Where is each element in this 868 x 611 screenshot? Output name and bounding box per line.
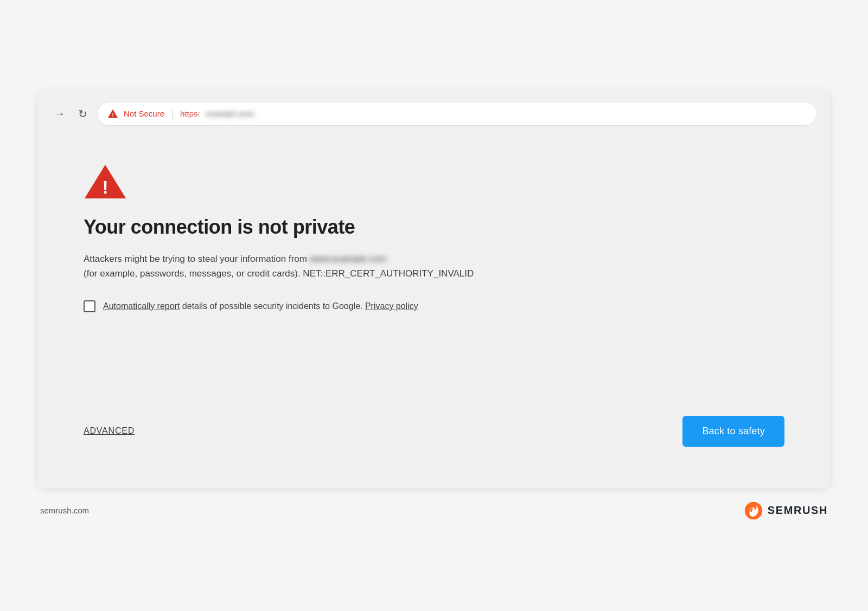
url-domain: example.com <box>206 109 254 118</box>
description-before: Attackers might be trying to steal your … <box>84 254 307 264</box>
error-domain-blurred: www.example.com <box>310 252 387 266</box>
advanced-button[interactable]: ADVANCED <box>84 426 135 436</box>
semrush-icon <box>744 501 763 520</box>
reload-icon: ↻ <box>78 107 87 120</box>
report-checkbox[interactable] <box>84 300 95 312</box>
report-checkbox-row: Automatically report details of possible… <box>84 300 784 312</box>
address-bar-divider <box>172 109 173 119</box>
semrush-brand-name: SEMRUSH <box>768 504 828 517</box>
checkbox-label: Automatically report details of possible… <box>103 301 418 311</box>
footer-domain: semrush.com <box>40 506 89 515</box>
back-button[interactable]: → <box>51 105 68 122</box>
browser-window: → ↻ ! Not Secure https: example.com ! Yo… <box>38 91 830 488</box>
big-warning-icon: ! <box>84 163 127 201</box>
error-panel: ! Your connection is not private Attacke… <box>51 137 817 473</box>
arrow-icon: → <box>54 107 65 120</box>
automatically-report-link[interactable]: Automatically report <box>103 301 180 311</box>
address-bar-row: → ↻ ! Not Secure https: example.com <box>51 102 817 126</box>
back-to-safety-button[interactable]: Back to safety <box>682 416 784 447</box>
address-bar[interactable]: ! Not Secure https: example.com <box>97 102 817 126</box>
checkbox-label-middle: details of possible security incidents t… <box>182 301 363 311</box>
not-secure-label: Not Secure <box>124 109 164 118</box>
description-after: (for example, passwords, messages, or cr… <box>84 268 474 279</box>
warning-icon: ! <box>107 108 118 119</box>
svg-text:!: ! <box>102 177 108 197</box>
error-description: Attackers might be trying to steal your … <box>84 252 572 281</box>
reload-button[interactable]: ↻ <box>75 105 91 123</box>
privacy-policy-link[interactable]: Privacy policy <box>365 301 418 311</box>
svg-text:!: ! <box>112 112 113 118</box>
url-prefix: https: <box>180 109 200 118</box>
semrush-logo: SEMRUSH <box>744 501 828 520</box>
actions-row: ADVANCED Back to safety <box>84 416 784 447</box>
error-title: Your connection is not private <box>84 216 784 239</box>
page-footer: semrush.com SEMRUSH <box>38 501 830 520</box>
